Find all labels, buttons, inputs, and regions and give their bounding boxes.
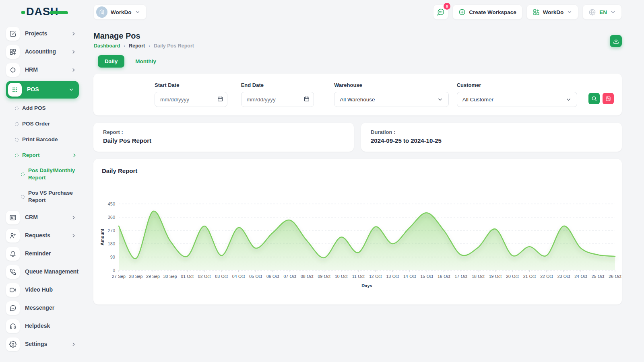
customer-select[interactable]: All Customer <box>457 92 577 107</box>
svg-text:21-Oct: 21-Oct <box>523 274 536 279</box>
svg-text:23-Oct: 23-Oct <box>557 274 570 279</box>
svg-text:04-Oct: 04-Oct <box>232 274 245 279</box>
sidebar-item-accounting[interactable]: Accounting <box>6 45 79 59</box>
duration-label: Duration : <box>371 129 612 135</box>
svg-text:180: 180 <box>108 241 115 246</box>
svg-text:08-Oct: 08-Oct <box>301 274 314 279</box>
chevron-right-icon: › <box>149 43 150 48</box>
customer-field: Customer All Customer <box>457 82 577 115</box>
sidebar-item-label: Accounting <box>25 48 56 56</box>
headphones-icon <box>6 319 20 333</box>
sidebar-item-pos-daily-monthly-report[interactable]: Pos Daily/Monthly Report <box>21 165 79 183</box>
search-icon <box>591 96 597 101</box>
report-period-tabs: Daily Monthly <box>98 55 156 68</box>
sidebar-item-label: CRM <box>25 214 38 221</box>
svg-text:0: 0 <box>113 268 115 273</box>
customer-select-value: All Customer <box>462 97 493 103</box>
sidebar-item-helpdesk[interactable]: Helpdesk <box>6 319 79 333</box>
chevron-right-icon: › <box>124 43 125 48</box>
language-selector[interactable]: EN <box>582 4 622 20</box>
svg-text:03-Oct: 03-Oct <box>215 274 228 279</box>
page-title: Manage Pos <box>93 31 140 41</box>
chevron-right-icon <box>71 233 76 239</box>
customer-label: Customer <box>457 82 577 88</box>
chevron-right-icon <box>71 31 76 37</box>
tab-daily[interactable]: Daily <box>98 55 124 68</box>
svg-text:09-Oct: 09-Oct <box>318 274 330 279</box>
sidebar-item-hrm[interactable]: HRM <box>6 63 79 77</box>
svg-text:17-Oct: 17-Oct <box>455 274 468 279</box>
sidebar-item-label: Pos Daily/Monthly Report <box>28 167 76 181</box>
sidebar-item-label: Report <box>22 152 71 159</box>
sidebar-item-pos-order[interactable]: POS Order <box>15 118 79 130</box>
sidebar-item-print-barcode[interactable]: Print Barcode <box>15 134 79 145</box>
reset-filter-button[interactable] <box>603 93 614 104</box>
create-workspace-button[interactable]: Create Workspace <box>452 4 522 20</box>
calendar-icon[interactable] <box>303 96 310 102</box>
dots-grid-icon <box>8 83 22 97</box>
svg-text:270: 270 <box>108 228 115 233</box>
svg-text:360: 360 <box>108 215 115 220</box>
sidebar-item-pos[interactable]: POS <box>6 81 79 99</box>
sidebar-item-settings[interactable]: Settings <box>6 337 79 352</box>
sidebar-item-queue-management[interactable]: Queue Management <box>6 265 79 279</box>
svg-text:18-Oct: 18-Oct <box>472 274 485 279</box>
filter-actions <box>588 93 614 115</box>
calendar-icon[interactable] <box>217 96 223 102</box>
sidebar-item-report[interactable]: Report <box>15 150 79 161</box>
workspace-name: WorkDo <box>111 9 132 15</box>
breadcrumb-report[interactable]: Report <box>129 43 145 49</box>
duration-card: Duration : 2024-09-25 to 2024-10-25 <box>361 123 622 152</box>
chevron-down-icon <box>437 97 443 103</box>
sidebar-item-reminder[interactable]: Reminder <box>6 247 79 261</box>
workdo-menu-label: WorkDo <box>543 9 564 15</box>
sidebar-item-crm[interactable]: CRM <box>6 210 79 225</box>
sidebar-item-projects[interactable]: Projects <box>6 27 79 41</box>
chevron-down-icon <box>566 97 572 103</box>
sidebar-item-video-hub[interactable]: Video Hub <box>6 283 79 297</box>
messages-button[interactable]: 0 <box>433 4 448 20</box>
chevron-right-icon <box>71 341 76 347</box>
svg-text:05-Oct: 05-Oct <box>249 274 262 279</box>
start-date-input[interactable] <box>155 92 227 107</box>
id-card-icon <box>6 211 20 224</box>
end-date-input[interactable] <box>241 92 314 107</box>
sidebar-item-add-pos[interactable]: Add POS <box>15 103 79 114</box>
sidebar-item-requests[interactable]: Requests <box>6 228 79 243</box>
sidebar-item-messenger[interactable]: Messenger <box>6 301 79 315</box>
warehouse-select-value: All Warehouse <box>340 97 375 103</box>
report-type-card: Report : Daily Pos Report <box>93 123 354 152</box>
sidebar-item-label: Requests <box>25 232 50 239</box>
svg-text:01-Oct: 01-Oct <box>181 274 194 279</box>
tab-monthly[interactable]: Monthly <box>135 58 156 64</box>
breadcrumb-dashboard-link[interactable]: Dashboard <box>94 43 120 49</box>
sidebar-item-label: Settings <box>25 341 47 348</box>
duration-value: 2024-09-25 to 2024-10-25 <box>371 137 612 144</box>
phone-icon <box>6 265 20 279</box>
start-date-field: Start Date <box>155 82 227 115</box>
svg-text:10-Oct: 10-Oct <box>335 274 348 279</box>
sidebar-item-label: Reminder <box>25 250 51 257</box>
download-button[interactable] <box>610 35 622 47</box>
breadcrumb-current: Daily Pos Report <box>154 43 194 49</box>
svg-text:02-Oct: 02-Oct <box>198 274 211 279</box>
sidebar-item-label: POS Order <box>22 120 71 128</box>
chat-icon <box>437 8 445 16</box>
workdo-menu-button[interactable]: WorkDo <box>526 4 579 20</box>
chevron-down-icon <box>68 87 74 93</box>
sidebar-item-label: Add POS <box>22 105 71 112</box>
chart-title: Daily Report <box>102 167 137 174</box>
sidebar-item-pos-vs-purchase-report[interactable]: Pos VS Purchase Report <box>21 188 79 206</box>
workspace-selector[interactable]: WorkDo <box>93 4 147 20</box>
chevron-right-icon <box>72 152 77 158</box>
apply-filter-button[interactable] <box>588 93 600 104</box>
svg-text:22-Oct: 22-Oct <box>540 274 553 279</box>
chevron-right-icon <box>71 269 76 275</box>
chevron-right-icon <box>71 215 76 220</box>
building-icon <box>99 9 105 15</box>
chevron-down-icon <box>135 9 140 15</box>
chevron-down-icon <box>610 9 616 15</box>
bell-icon <box>6 247 20 261</box>
dashed-circle-icon <box>15 107 19 110</box>
warehouse-select[interactable]: All Warehouse <box>334 92 448 107</box>
